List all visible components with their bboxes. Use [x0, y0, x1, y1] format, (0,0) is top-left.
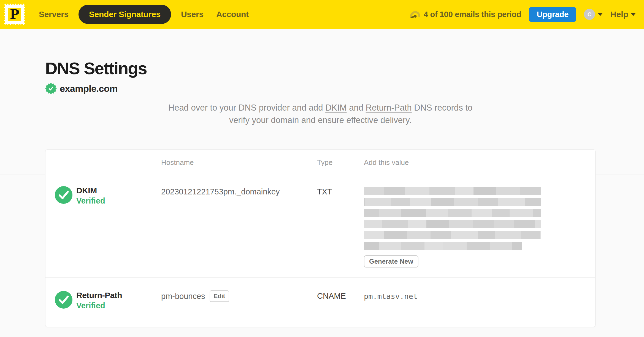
page-title: DNS Settings [45, 58, 147, 78]
record-status: Verified [76, 301, 122, 310]
table-row-return-path: Return-Path Verified pm-bounces Edit CNA… [45, 278, 595, 327]
postmark-stamp-icon: P [4, 4, 25, 25]
dkim-type: TXT [317, 187, 332, 196]
domain-row: example.com [45, 83, 118, 94]
column-header-type: Type [317, 150, 332, 175]
navbar-right-cluster: 4 of 100 emails this period Upgrade C He… [410, 0, 636, 29]
edit-button[interactable]: Edit [210, 290, 229, 302]
avatar[interactable]: C [584, 9, 595, 20]
verified-check-icon [55, 186, 72, 204]
column-header-value: Add this value [364, 150, 409, 175]
redacted-line [364, 187, 541, 195]
dkim-hostname: 20230121221753pm._domainkey [161, 187, 280, 196]
return-path-hostname-cell: pm-bounces Edit [161, 290, 229, 302]
column-header-hostname: Hostname [161, 150, 194, 175]
return-path-hostname: pm-bounces [161, 292, 205, 301]
dkim-link[interactable]: DKIM [325, 103, 347, 113]
redacted-line [364, 209, 541, 217]
redacted-line [364, 198, 541, 206]
intro-between: and [347, 103, 366, 113]
redacted-line [364, 242, 522, 250]
dns-records-card: Hostname Type Add this value DKIM Verifi… [45, 149, 596, 327]
redacted-line [364, 220, 541, 228]
domain-name: example.com [60, 83, 118, 94]
account-menu[interactable]: C [584, 9, 603, 20]
usage-text: 4 of 100 emails this period [424, 10, 521, 19]
top-navbar: P Servers Sender Signatures Users Accoun… [0, 0, 644, 29]
logo-letter: P [10, 7, 20, 22]
return-path-link[interactable]: Return-Path [366, 103, 412, 113]
intro-before: Head over to your DNS provider and add [168, 103, 325, 113]
help-label: Help [610, 10, 628, 19]
return-path-value: pm.mtasv.net [364, 292, 418, 301]
chevron-down-icon [631, 13, 636, 16]
usage-indicator[interactable]: 4 of 100 emails this period [410, 10, 521, 19]
nav-item-sender-signatures[interactable]: Sender Signatures [79, 5, 171, 24]
return-path-type: CNAME [317, 291, 346, 301]
dkim-value-redacted [364, 187, 541, 250]
table-header: Hostname Type Add this value [45, 150, 595, 175]
verified-seal-icon [45, 83, 57, 94]
redacted-line [364, 231, 541, 239]
intro-text: Head over to your DNS provider and add D… [45, 101, 596, 126]
record-status: Verified [76, 196, 105, 205]
nav-item-account[interactable]: Account [210, 10, 255, 19]
record-name: Return-Path [76, 291, 122, 300]
return-path-status-cell: Return-Path Verified [55, 291, 122, 310]
dkim-value-cell: Generate New [364, 187, 541, 268]
postmark-logo[interactable]: P [4, 4, 25, 26]
help-menu[interactable]: Help [610, 10, 636, 19]
nav-item-users[interactable]: Users [175, 10, 210, 19]
gauge-icon [410, 10, 421, 18]
table-row-dkim: DKIM Verified 20230121221753pm._domainke… [45, 175, 595, 278]
generate-new-button[interactable]: Generate New [364, 255, 418, 268]
nav-item-servers[interactable]: Servers [33, 10, 75, 19]
main-nav: Servers Sender Signatures Users Account [33, 0, 255, 29]
verified-check-icon [55, 291, 72, 309]
dkim-status-cell: DKIM Verified [55, 186, 105, 205]
chevron-down-icon [598, 13, 603, 16]
upgrade-button[interactable]: Upgrade [529, 7, 576, 22]
record-name: DKIM [76, 186, 105, 195]
